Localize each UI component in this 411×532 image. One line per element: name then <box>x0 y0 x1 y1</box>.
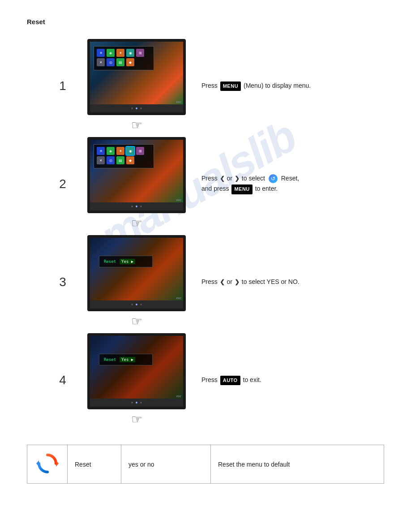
step-3-left-chevron: ❮ <box>220 278 225 287</box>
step-3-yes-no: YES or NO. <box>267 278 300 285</box>
step-4-image-col: Reset Yes ▶ noc ☞ <box>85 333 188 427</box>
step-3-right-chevron: ❯ <box>235 278 240 287</box>
monitor-dot <box>131 206 133 207</box>
step-2-press-label: Press <box>201 175 218 182</box>
step-2-right-chevron: ❯ <box>235 174 240 184</box>
step-3-press-label: Press <box>201 278 218 285</box>
step-1-osd: ☀ ◈ ✦ ◉ ⊞ ✕ ◎ ▤ ◆ <box>94 46 154 70</box>
step-3-or: or <box>227 278 232 285</box>
step-1-row: 1 ☀ ◈ ✦ ◉ ⊞ ✕ ◎ <box>27 39 384 133</box>
step-2-stand <box>90 202 183 210</box>
step-2-number: 2 <box>54 177 72 191</box>
table-option-cell: yes or no <box>121 445 211 484</box>
table-row: Reset yes or no Reset the menu to defaul… <box>27 445 384 484</box>
step-3-reset-label: Reset <box>104 259 116 264</box>
step-1-hand-icon: ☞ <box>131 118 142 133</box>
monitor-dot <box>131 402 133 403</box>
step-4-screen: Reset Yes ▶ noc <box>90 336 183 399</box>
table-icon-cell <box>27 445 68 484</box>
step-4-reset-value: Yes ▶ <box>120 357 135 362</box>
step-2-menu-key: MENU <box>231 184 252 194</box>
step-2-reset-icon: ↺ <box>268 174 278 184</box>
step-3-description: Press ❮ or ❯ to select YES or NO. <box>201 277 384 287</box>
step-4-reset-row: Reset Yes ▶ <box>102 356 150 363</box>
step-1-description: Press MENU (Menu) to display menu. <box>201 81 384 91</box>
step-4-monitor: Reset Yes ▶ noc <box>87 333 186 409</box>
step-3-reset-row: Reset Yes ▶ <box>102 258 150 265</box>
step-2-monitor: ☀ ◈ ✦ ◉ ⊞ ✕ ◎ ▤ ◆ noc <box>87 137 186 213</box>
monitor-dot <box>140 206 142 207</box>
step-2-to-select: to select <box>242 175 265 182</box>
step-2-image-col: ☀ ◈ ✦ ◉ ⊞ ✕ ◎ ▤ ◆ noc <box>85 137 188 231</box>
step-1-menu-key: MENU <box>220 82 241 91</box>
step-4-stand <box>90 399 183 407</box>
svg-marker-3 <box>36 460 39 467</box>
step-3-reset-value: Yes ▶ <box>120 259 135 264</box>
step-1-number: 1 <box>54 79 72 93</box>
step-3-image-col: Reset Yes ▶ noc ☞ <box>85 235 188 329</box>
step-1-monitor: ☀ ◈ ✦ ◉ ⊞ ✕ ◎ ▤ ◆ noc <box>87 39 186 115</box>
step-4-to-exit: to exit. <box>243 376 261 383</box>
step-2-brand: noc <box>176 198 181 202</box>
monitor-dot <box>140 304 142 305</box>
step-4-brand: noc <box>176 395 181 398</box>
step-2-reset-label: Reset, <box>281 175 299 182</box>
step-2-or: or <box>227 175 232 182</box>
step-3-osd: Reset Yes ▶ <box>99 256 153 267</box>
step-4-auto-key: AUTO <box>220 376 240 386</box>
step-4-number: 4 <box>54 373 72 387</box>
monitor-dot <box>131 107 133 109</box>
monitor-dot <box>131 304 133 305</box>
step-2-description: Press ❮ or ❯ to select ↺ Reset, and pres… <box>201 173 384 194</box>
step-3-brand: noc <box>176 296 181 300</box>
step-2-and-press: and press <box>201 185 229 192</box>
svg-text:↺: ↺ <box>271 176 275 182</box>
step-4-description: Press AUTO to exit. <box>201 375 384 386</box>
step-3-screen: Reset Yes ▶ noc <box>90 238 183 300</box>
page-container: Reset manualslib 1 ☀ ◈ ✦ ◉ ⊞ <box>0 0 411 502</box>
step-2-osd: ☀ ◈ ✦ ◉ ⊞ ✕ ◎ ▤ ◆ <box>94 144 154 168</box>
step-3-row: 3 Reset Yes ▶ noc ☞ <box>27 235 384 329</box>
table-desc-cell: Reset the menu to default <box>211 445 384 484</box>
step-3-monitor: Reset Yes ▶ noc <box>87 235 186 311</box>
step-2-hand-icon: ☞ <box>131 216 142 231</box>
step-1-press-label: Press <box>201 82 218 89</box>
step-4-row: 4 Reset Yes ▶ noc ☞ <box>27 333 384 427</box>
step-4-reset-label: Reset <box>104 357 116 362</box>
monitor-dot-active <box>136 107 137 109</box>
step-3-stand <box>90 300 183 309</box>
step-1-menu-display: (Menu) to display menu. <box>244 82 311 89</box>
monitor-dot-active <box>136 304 137 305</box>
step-2-screen: ☀ ◈ ✦ ◉ ⊞ ✕ ◎ ▤ ◆ noc <box>90 140 183 202</box>
step-4-osd: Reset Yes ▶ <box>99 354 153 365</box>
monitor-dot-active <box>136 206 137 207</box>
monitor-dot <box>140 107 142 109</box>
step-4-press-label: Press <box>201 376 218 383</box>
table-reset-icon <box>35 451 60 476</box>
step-3-number: 3 <box>54 275 72 289</box>
step-1-brand: noc <box>176 100 181 103</box>
step-3-hand-icon: ☞ <box>131 314 142 329</box>
step-3-to-select: to select <box>242 278 265 285</box>
step-1-image-col: ☀ ◈ ✦ ◉ ⊞ ✕ ◎ ▤ ◆ noc <box>85 39 188 133</box>
table-name-cell: Reset <box>68 445 121 484</box>
svg-marker-2 <box>56 460 59 467</box>
step-2-to-enter: to enter. <box>255 185 278 192</box>
step-1-screen: ☀ ◈ ✦ ◉ ⊞ ✕ ◎ ▤ ◆ noc <box>90 42 183 104</box>
summary-table: Reset yes or no Reset the menu to defaul… <box>27 445 384 484</box>
step-1-stand <box>90 104 183 112</box>
step-2-left-chevron: ❮ <box>220 174 225 184</box>
monitor-dot <box>140 402 142 403</box>
step-2-row: 2 ☀ ◈ ✦ ◉ ⊞ ✕ ◎ ▤ <box>27 137 384 231</box>
page-title: Reset <box>27 18 384 26</box>
step-4-hand-icon: ☞ <box>131 412 142 427</box>
monitor-dot-active <box>136 402 137 403</box>
